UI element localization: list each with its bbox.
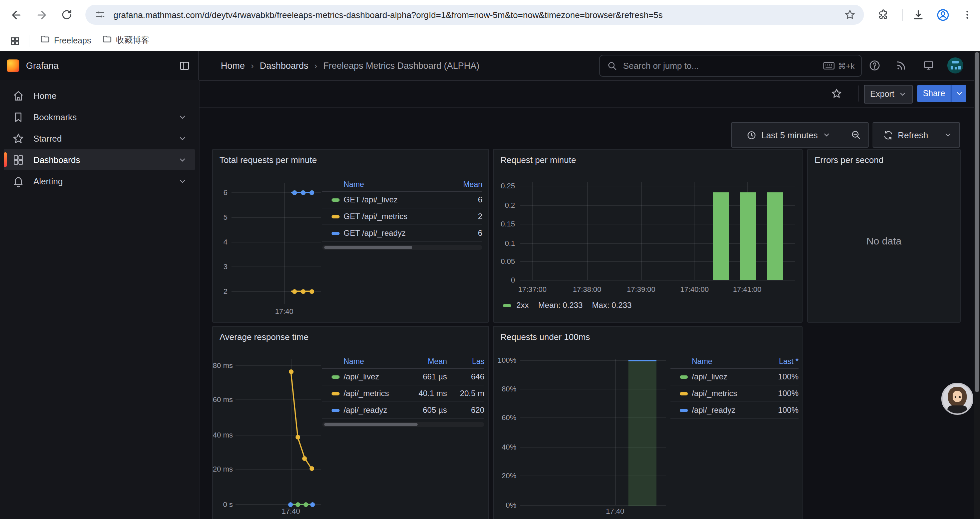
- column-header[interactable]: Las: [447, 357, 484, 366]
- scrollbar-thumb[interactable]: [975, 52, 979, 392]
- chevron-down-icon[interactable]: [178, 134, 187, 143]
- legend-scrollbar[interactable]: [322, 422, 484, 427]
- sidebar-item-alerting[interactable]: Alerting: [4, 170, 195, 192]
- sidebar-item-starred[interactable]: Starred: [4, 128, 195, 149]
- url-bar[interactable]: grafana.mathmast.com/d/deytv4rwavabkb/fr…: [85, 5, 864, 25]
- extensions-icon[interactable]: [877, 8, 890, 21]
- series-color-pill[interactable]: [332, 409, 340, 412]
- toolbar-divider: [902, 9, 903, 21]
- scrollbar-thumb[interactable]: [324, 423, 418, 426]
- series-color-pill[interactable]: [680, 375, 688, 378]
- series-color-pill[interactable]: [332, 215, 340, 218]
- column-header[interactable]: Mean: [410, 357, 447, 366]
- column-header-name[interactable]: Name: [344, 180, 445, 188]
- chevron-down-icon[interactable]: [178, 113, 187, 121]
- series-color-pill[interactable]: [332, 392, 340, 395]
- sidebar-item-dashboards[interactable]: Dashboards: [4, 149, 195, 170]
- bar: [740, 192, 756, 280]
- y-tick-label: 80%: [494, 385, 516, 393]
- series-value: 6: [445, 195, 482, 204]
- floating-profile-avatar[interactable]: [941, 383, 973, 415]
- series-line: [290, 504, 313, 505]
- chevron-down-icon[interactable]: [178, 155, 187, 164]
- gridline: [231, 267, 321, 267]
- column-header-name[interactable]: Name: [692, 357, 757, 366]
- series-color-pill[interactable]: [332, 232, 340, 235]
- series-value: 605 µs: [410, 406, 447, 415]
- column-header-name[interactable]: Name: [344, 357, 410, 366]
- breadcrumb-home[interactable]: Home: [221, 61, 245, 70]
- data-point: [292, 289, 296, 294]
- bookmark-star-icon[interactable]: [843, 7, 857, 22]
- search-input[interactable]: Search or jump to... ⌘+k: [599, 55, 862, 77]
- chart-request-per-minute[interactable]: 0.250.20.150.10.05017:37:0017:38:0017:39…: [494, 150, 802, 322]
- gridline: [641, 182, 642, 280]
- bookmark-folder-freeleaps[interactable]: Freeleaps: [40, 34, 91, 48]
- zoom-out-button[interactable]: [844, 122, 869, 148]
- gridline: [284, 183, 285, 304]
- sidebar-item-label: Bookmarks: [33, 112, 77, 122]
- menu-kebab-icon[interactable]: [961, 8, 973, 21]
- series-name[interactable]: /api/_readyz: [692, 406, 757, 415]
- refresh-interval-dropdown[interactable]: [937, 122, 960, 148]
- page-scrollbar[interactable]: [974, 51, 980, 519]
- forward-icon[interactable]: [35, 8, 48, 21]
- series-name[interactable]: 2xx: [516, 300, 529, 310]
- topbar-divider: [198, 51, 199, 80]
- x-tick-label: 17:39:00: [618, 285, 665, 293]
- series-name[interactable]: GET /api/_metrics: [344, 212, 445, 221]
- series-color-pill[interactable]: [332, 198, 340, 201]
- sidebar-item-home[interactable]: Home: [4, 85, 195, 106]
- y-tick-label: 5: [213, 213, 228, 221]
- chevron-down-icon[interactable]: [178, 177, 187, 185]
- bookmarks-divider: [29, 35, 29, 47]
- series-name[interactable]: /api/_livez: [692, 372, 757, 382]
- user-avatar[interactable]: [947, 57, 963, 73]
- export-button[interactable]: Export: [864, 85, 913, 104]
- time-range-picker[interactable]: Last 5 minutes: [731, 122, 846, 148]
- breadcrumb-separator: ›: [314, 61, 317, 70]
- bookmark-folder-blogs[interactable]: 收藏博客: [102, 34, 150, 48]
- profile-icon[interactable]: [935, 7, 950, 22]
- series-name[interactable]: /api/_metrics: [344, 389, 410, 398]
- series-name[interactable]: GET /api/_livez: [344, 195, 445, 204]
- sidebar-toggle-icon[interactable]: [177, 59, 191, 72]
- legend-mean: Mean: 0.233: [538, 300, 582, 310]
- column-header[interactable]: Mean: [445, 180, 482, 188]
- breadcrumb-dashboards[interactable]: Dashboards: [260, 61, 309, 70]
- series-name[interactable]: /api/_livez: [344, 372, 410, 382]
- kiosk-monitor-icon[interactable]: [921, 58, 936, 73]
- sidebar-item-bookmarks[interactable]: Bookmarks: [4, 106, 195, 128]
- legend-row: /api/_livez100%: [670, 369, 799, 385]
- scrollbar-thumb[interactable]: [324, 246, 412, 249]
- bar: [713, 192, 729, 280]
- series-name[interactable]: /api/_metrics: [692, 389, 757, 398]
- panel-title[interactable]: Errors per second: [815, 155, 884, 165]
- series-name[interactable]: /api/_readyz: [344, 406, 410, 415]
- site-settings-icon[interactable]: [94, 8, 107, 21]
- legend-swatch[interactable]: [503, 303, 511, 307]
- refresh-button[interactable]: Refresh: [873, 122, 939, 148]
- back-icon[interactable]: [10, 8, 23, 21]
- apps-grid-icon[interactable]: [8, 34, 21, 48]
- grafana-logo[interactable]: [7, 59, 19, 72]
- series-color-pill[interactable]: [332, 375, 340, 378]
- series-value: 620: [447, 406, 484, 415]
- gridline: [615, 359, 616, 505]
- news-rss-icon[interactable]: [894, 58, 908, 73]
- share-dropdown-button[interactable]: [951, 85, 966, 102]
- legend-scrollbar[interactable]: [322, 245, 482, 250]
- help-icon[interactable]: [867, 58, 882, 73]
- share-button[interactable]: Share: [917, 85, 951, 102]
- y-tick-label: 40%: [494, 443, 516, 451]
- reload-icon[interactable]: [60, 8, 73, 21]
- downloads-icon[interactable]: [911, 8, 924, 21]
- series-color-pill[interactable]: [680, 392, 688, 395]
- data-point: [310, 502, 315, 507]
- favorite-star-icon[interactable]: [829, 86, 844, 101]
- series-name[interactable]: GET /api/_readyz: [344, 228, 445, 238]
- series-value: 100%: [757, 372, 799, 382]
- series-color-pill[interactable]: [680, 409, 688, 412]
- url-text[interactable]: grafana.mathmast.com/d/deytv4rwavabkb/fr…: [113, 10, 837, 20]
- column-header[interactable]: Last *: [757, 357, 799, 366]
